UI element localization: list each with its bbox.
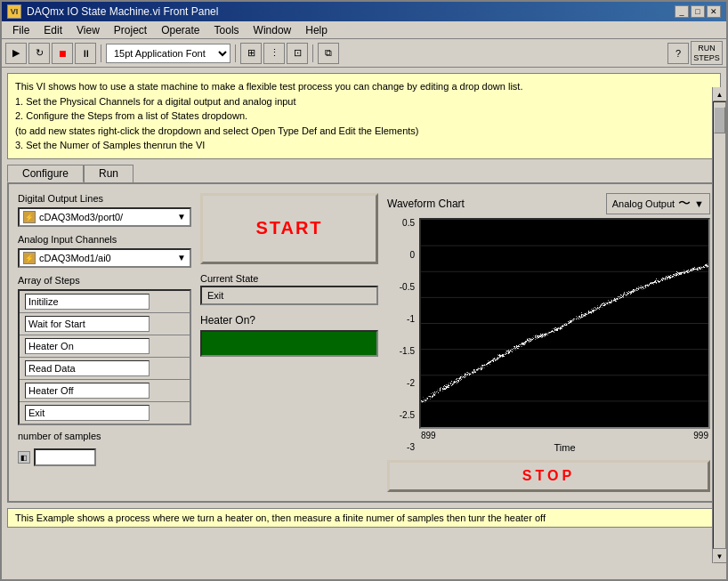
chart-area — [419, 218, 710, 429]
chart-with-y-axis: 0.5 0 -0.5 -1 -1.5 -2 -2.5 -3 — [387, 218, 710, 453]
scroll-down-button[interactable]: ▼ — [713, 549, 727, 563]
current-state-label: Current State — [200, 273, 378, 284]
tabs-row: Configure Run — [7, 165, 721, 182]
step-2-input[interactable] — [25, 338, 150, 354]
menu-window[interactable]: Window — [247, 22, 299, 38]
info-box: This VI shows how to use a state machine… — [7, 73, 721, 159]
samples-icon: ◧ — [18, 451, 30, 464]
toolbar-sep-2 — [235, 44, 236, 62]
analog-output-dropdown: ▼ — [694, 198, 704, 209]
stop-row: STOP — [387, 460, 710, 492]
stop-button[interactable]: STOP — [387, 460, 710, 492]
chart-title: Waveform Chart — [387, 198, 465, 210]
y-label-2: -0.5 — [387, 282, 415, 292]
y-label-7: -3 — [387, 442, 415, 452]
info-line-3: 2. Configure the Steps from a list of St… — [15, 109, 713, 124]
info-line-4: (to add new states right-click the dropd… — [15, 124, 713, 139]
y-label-4: -1.5 — [387, 346, 415, 356]
channel-icon-digital: ⚡ — [23, 211, 36, 223]
minimize-button[interactable]: _ — [675, 5, 689, 18]
time-axis-label: Time — [419, 442, 710, 453]
run-arrow-button[interactable]: ▶ — [5, 43, 27, 64]
num-samples-label: number of samples — [18, 431, 191, 441]
analog-output-label: Analog Output — [612, 198, 675, 209]
array-steps-list — [18, 289, 191, 425]
toolbar: ▶ ↻ ⏹ ⏸ 15pt Application Font ⊞ ⋮ ⊡ ⧉ ? … — [2, 39, 726, 68]
menu-edit[interactable]: Edit — [36, 22, 69, 38]
heater-indicator — [200, 330, 378, 357]
scroll-up-button[interactable]: ▲ — [713, 87, 727, 101]
analog-input-label: Analog Input Channels — [18, 234, 191, 245]
center-panel: START Current State Exit Heater On? — [200, 193, 378, 492]
num-samples-row: ◧ 1000 — [18, 448, 191, 466]
chart-header: Waveform Chart Analog Output 〜 ▼ — [387, 193, 710, 214]
y-label-1: 0 — [387, 250, 415, 260]
distribute-button[interactable]: ⋮ — [263, 43, 285, 64]
waveform-icon: 〜 — [678, 196, 691, 212]
step-4-input[interactable] — [25, 383, 150, 399]
list-item[interactable] — [20, 402, 190, 424]
chart-svg — [421, 220, 708, 427]
step-1-input[interactable] — [25, 316, 150, 332]
heater-on-label: Heater On? — [200, 314, 378, 327]
y-label-0: 0.5 — [387, 218, 415, 228]
toolbar-sep-3 — [312, 44, 313, 62]
menu-tools[interactable]: Tools — [207, 22, 247, 38]
current-state-display: Exit — [200, 286, 378, 305]
menu-file[interactable]: File — [5, 22, 36, 38]
list-item[interactable] — [20, 335, 190, 358]
align-button[interactable]: ⊞ — [240, 43, 262, 64]
digital-channel-select[interactable]: ⚡ cDAQ3Mod3/port0/ ▼ — [18, 207, 191, 227]
list-item[interactable] — [20, 380, 190, 402]
close-button[interactable]: ✕ — [707, 5, 721, 18]
chart-column: 899 999 Time — [419, 218, 710, 453]
y-label-5: -2 — [387, 378, 415, 388]
chart-x-labels: 899 999 — [419, 431, 710, 440]
window-title: DAQmx IO State Machine.vi Front Panel — [27, 5, 675, 18]
font-selector[interactable]: 15pt Application Font — [106, 44, 231, 63]
y-axis: 0.5 0 -0.5 -1 -1.5 -2 -2.5 -3 — [387, 218, 417, 453]
digital-dropdown-arrow: ▼ — [177, 212, 186, 222]
start-button[interactable]: START — [200, 193, 378, 264]
main-content: This VI shows how to use a state machine… — [2, 68, 726, 563]
current-state-section: Current State Exit — [200, 273, 378, 305]
y-label-3: -1 — [387, 314, 415, 324]
x-label-end: 999 — [693, 431, 708, 440]
menu-operate[interactable]: Operate — [154, 22, 206, 38]
scroll-thumb[interactable] — [714, 107, 725, 133]
run-continuous-button[interactable]: ↻ — [28, 43, 50, 64]
list-item[interactable] — [20, 313, 190, 335]
info-line-1: This VI shows how to use a state machine… — [15, 79, 713, 94]
help-button[interactable]: ? — [667, 43, 689, 64]
resize-button[interactable]: ⊡ — [287, 43, 308, 64]
menu-project[interactable]: Project — [107, 22, 154, 38]
digital-output-label: Digital Output Lines — [18, 193, 191, 204]
reorder-button[interactable]: ⧉ — [318, 43, 339, 64]
y-label-6: -2.5 — [387, 410, 415, 420]
list-item[interactable] — [20, 358, 190, 380]
bottom-info-text: This Example shows a process where we tu… — [15, 512, 546, 523]
tab-run[interactable]: Run — [84, 165, 133, 182]
scroll-track[interactable] — [713, 101, 726, 549]
pause-button[interactable]: ⏸ — [75, 43, 96, 64]
run-steps-display: RUN STEPS — [691, 41, 723, 66]
maximize-button[interactable]: □ — [691, 5, 705, 18]
step-5-input[interactable] — [25, 405, 150, 421]
menu-bar: File Edit View Project Operate Tools Win… — [2, 21, 726, 39]
left-panel: Digital Output Lines ⚡ cDAQ3Mod3/port0/ … — [18, 193, 191, 492]
step-0-input[interactable] — [25, 294, 150, 310]
analog-output-button[interactable]: Analog Output 〜 ▼ — [606, 193, 710, 214]
x-label-start: 899 — [421, 431, 436, 440]
toolbar-sep-1 — [101, 44, 101, 62]
channel-icon-analog: ⚡ — [23, 252, 36, 264]
analog-channel-select[interactable]: ⚡ cDAQ3Mod1/ai0 ▼ — [18, 248, 191, 268]
right-scrollbar: ▲ ▼ — [712, 87, 726, 563]
tab-configure[interactable]: Configure — [7, 165, 84, 182]
panel-area: Digital Output Lines ⚡ cDAQ3Mod3/port0/ … — [7, 182, 721, 503]
menu-view[interactable]: View — [69, 22, 107, 38]
list-item[interactable] — [20, 291, 190, 313]
step-3-input[interactable] — [25, 360, 150, 376]
abort-button[interactable]: ⏹ — [52, 43, 73, 64]
menu-help[interactable]: Help — [298, 22, 335, 38]
num-samples-input[interactable]: 1000 — [34, 448, 96, 466]
